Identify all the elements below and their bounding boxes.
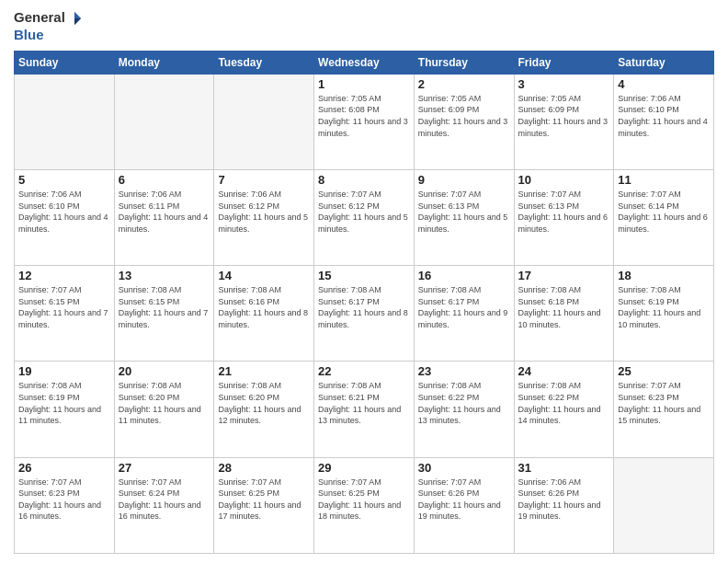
day-info: Sunrise: 7:07 AM Sunset: 6:15 PM Dayligh…: [18, 284, 110, 330]
calendar-cell: 8Sunrise: 7:07 AM Sunset: 6:12 PM Daylig…: [314, 170, 415, 266]
weekday-header-tuesday: Tuesday: [214, 51, 314, 74]
day-info: Sunrise: 7:08 AM Sunset: 6:17 PM Dayligh…: [418, 284, 510, 330]
day-number: 11: [618, 173, 710, 187]
day-info: Sunrise: 7:06 AM Sunset: 6:26 PM Dayligh…: [518, 477, 610, 523]
svg-marker-1: [74, 18, 81, 25]
day-info: Sunrise: 7:08 AM Sunset: 6:17 PM Dayligh…: [318, 284, 410, 330]
calendar-cell: [15, 74, 115, 169]
day-number: 26: [18, 461, 110, 475]
day-number: 4: [618, 77, 710, 91]
calendar-cell: 24Sunrise: 7:08 AM Sunset: 6:22 PM Dayli…: [514, 362, 614, 457]
weekday-header-saturday: Saturday: [614, 51, 714, 74]
day-number: 16: [418, 269, 510, 282]
week-row-1: 1Sunrise: 7:05 AM Sunset: 6:08 PM Daylig…: [15, 74, 714, 169]
calendar-cell: 9Sunrise: 7:07 AM Sunset: 6:13 PM Daylig…: [414, 170, 514, 266]
calendar-cell: 26Sunrise: 7:07 AM Sunset: 6:23 PM Dayli…: [15, 457, 115, 553]
calendar-cell: 23Sunrise: 7:08 AM Sunset: 6:22 PM Dayli…: [414, 362, 514, 457]
logo-blue: Blue: [14, 27, 44, 42]
calendar-cell: 7Sunrise: 7:06 AM Sunset: 6:12 PM Daylig…: [214, 170, 314, 266]
calendar-cell: 1Sunrise: 7:05 AM Sunset: 6:08 PM Daylig…: [314, 74, 415, 169]
day-info: Sunrise: 7:07 AM Sunset: 6:23 PM Dayligh…: [618, 380, 710, 426]
day-info: Sunrise: 7:07 AM Sunset: 6:26 PM Dayligh…: [418, 477, 510, 523]
day-info: Sunrise: 7:05 AM Sunset: 6:09 PM Dayligh…: [518, 93, 610, 139]
calendar-cell: 17Sunrise: 7:08 AM Sunset: 6:18 PM Dayli…: [514, 266, 614, 362]
calendar-cell: 15Sunrise: 7:08 AM Sunset: 6:17 PM Dayli…: [314, 266, 415, 362]
day-number: 15: [318, 269, 410, 282]
calendar-cell: [614, 457, 714, 553]
day-info: Sunrise: 7:07 AM Sunset: 6:14 PM Dayligh…: [618, 189, 710, 235]
day-number: 5: [18, 173, 110, 187]
week-row-2: 5Sunrise: 7:06 AM Sunset: 6:10 PM Daylig…: [15, 170, 714, 266]
calendar-cell: [214, 74, 314, 169]
calendar-cell: 10Sunrise: 7:07 AM Sunset: 6:13 PM Dayli…: [514, 170, 614, 266]
day-number: 19: [18, 364, 110, 378]
day-number: 6: [119, 173, 210, 187]
day-info: Sunrise: 7:08 AM Sunset: 6:22 PM Dayligh…: [418, 380, 510, 426]
day-info: Sunrise: 7:08 AM Sunset: 6:18 PM Dayligh…: [518, 284, 610, 330]
day-info: Sunrise: 7:06 AM Sunset: 6:12 PM Dayligh…: [218, 189, 310, 235]
day-number: 2: [418, 77, 510, 91]
calendar-cell: 22Sunrise: 7:08 AM Sunset: 6:21 PM Dayli…: [314, 362, 415, 457]
day-number: 29: [318, 461, 410, 475]
svg-marker-0: [74, 12, 81, 18]
calendar-cell: 14Sunrise: 7:08 AM Sunset: 6:16 PM Dayli…: [214, 266, 314, 362]
week-row-3: 12Sunrise: 7:07 AM Sunset: 6:15 PM Dayli…: [15, 266, 714, 362]
weekday-header-sunday: Sunday: [15, 51, 115, 74]
weekday-header-friday: Friday: [514, 51, 614, 74]
calendar-cell: 12Sunrise: 7:07 AM Sunset: 6:15 PM Dayli…: [15, 266, 115, 362]
day-info: Sunrise: 7:07 AM Sunset: 6:13 PM Dayligh…: [418, 189, 510, 235]
weekday-header-thursday: Thursday: [414, 51, 514, 74]
day-number: 9: [418, 173, 510, 187]
day-number: 3: [518, 77, 610, 91]
calendar-cell: [114, 74, 214, 169]
logo-general: General: [14, 9, 65, 25]
day-number: 1: [318, 77, 410, 91]
day-info: Sunrise: 7:07 AM Sunset: 6:24 PM Dayligh…: [119, 477, 210, 523]
day-info: Sunrise: 7:08 AM Sunset: 6:16 PM Dayligh…: [218, 284, 310, 330]
calendar-cell: 4Sunrise: 7:06 AM Sunset: 6:10 PM Daylig…: [614, 74, 714, 169]
day-number: 30: [418, 461, 510, 475]
day-info: Sunrise: 7:08 AM Sunset: 6:20 PM Dayligh…: [218, 380, 310, 426]
weekday-header-row: SundayMondayTuesdayWednesdayThursdayFrid…: [15, 51, 714, 74]
calendar-cell: 3Sunrise: 7:05 AM Sunset: 6:09 PM Daylig…: [514, 74, 614, 169]
calendar-cell: 5Sunrise: 7:06 AM Sunset: 6:10 PM Daylig…: [15, 170, 115, 266]
day-info: Sunrise: 7:07 AM Sunset: 6:25 PM Dayligh…: [218, 477, 310, 523]
logo: General Blue: [14, 9, 83, 43]
day-info: Sunrise: 7:06 AM Sunset: 6:10 PM Dayligh…: [618, 93, 710, 139]
calendar-cell: 6Sunrise: 7:06 AM Sunset: 6:11 PM Daylig…: [114, 170, 214, 266]
calendar-cell: 13Sunrise: 7:08 AM Sunset: 6:15 PM Dayli…: [114, 266, 214, 362]
day-number: 13: [119, 269, 210, 282]
day-info: Sunrise: 7:08 AM Sunset: 6:20 PM Dayligh…: [119, 380, 210, 426]
weekday-header-monday: Monday: [114, 51, 214, 74]
calendar-cell: 21Sunrise: 7:08 AM Sunset: 6:20 PM Dayli…: [214, 362, 314, 457]
calendar-cell: 18Sunrise: 7:08 AM Sunset: 6:19 PM Dayli…: [614, 266, 714, 362]
header: General Blue: [14, 9, 714, 43]
day-info: Sunrise: 7:08 AM Sunset: 6:19 PM Dayligh…: [18, 380, 110, 426]
day-number: 22: [318, 364, 410, 378]
day-number: 25: [618, 364, 710, 378]
day-info: Sunrise: 7:08 AM Sunset: 6:19 PM Dayligh…: [618, 284, 710, 330]
day-number: 12: [18, 269, 110, 282]
calendar-cell: 20Sunrise: 7:08 AM Sunset: 6:20 PM Dayli…: [114, 362, 214, 457]
day-info: Sunrise: 7:05 AM Sunset: 6:08 PM Dayligh…: [318, 93, 410, 139]
week-row-4: 19Sunrise: 7:08 AM Sunset: 6:19 PM Dayli…: [15, 362, 714, 457]
weekday-header-wednesday: Wednesday: [314, 51, 415, 74]
calendar-cell: 28Sunrise: 7:07 AM Sunset: 6:25 PM Dayli…: [214, 457, 314, 553]
day-info: Sunrise: 7:08 AM Sunset: 6:22 PM Dayligh…: [518, 380, 610, 426]
calendar-cell: 29Sunrise: 7:07 AM Sunset: 6:25 PM Dayli…: [314, 457, 415, 553]
week-row-5: 26Sunrise: 7:07 AM Sunset: 6:23 PM Dayli…: [15, 457, 714, 553]
day-number: 24: [518, 364, 610, 378]
calendar-cell: 27Sunrise: 7:07 AM Sunset: 6:24 PM Dayli…: [114, 457, 214, 553]
day-info: Sunrise: 7:07 AM Sunset: 6:25 PM Dayligh…: [318, 477, 410, 523]
day-number: 7: [218, 173, 310, 187]
day-number: 20: [119, 364, 210, 378]
calendar-cell: 31Sunrise: 7:06 AM Sunset: 6:26 PM Dayli…: [514, 457, 614, 553]
day-number: 31: [518, 461, 610, 475]
day-number: 8: [318, 173, 410, 187]
day-info: Sunrise: 7:06 AM Sunset: 6:11 PM Dayligh…: [119, 189, 210, 235]
day-info: Sunrise: 7:08 AM Sunset: 6:21 PM Dayligh…: [318, 380, 410, 426]
day-number: 23: [418, 364, 510, 378]
calendar-table: SundayMondayTuesdayWednesdayThursdayFrid…: [14, 51, 714, 554]
calendar-cell: 2Sunrise: 7:05 AM Sunset: 6:09 PM Daylig…: [414, 74, 514, 169]
day-info: Sunrise: 7:06 AM Sunset: 6:10 PM Dayligh…: [18, 189, 110, 235]
